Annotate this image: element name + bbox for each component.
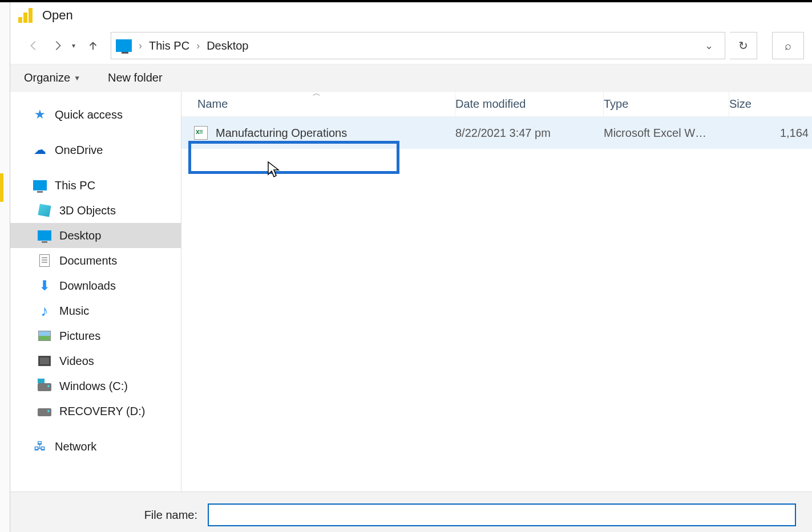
sidebar-item-music[interactable]: ♪ Music — [10, 298, 181, 323]
sidebar-item-quickaccess[interactable]: ★ Quick access — [10, 102, 181, 127]
column-label: Size — [729, 98, 752, 111]
organize-label: Organize — [24, 71, 70, 84]
column-header-date[interactable]: Date modified — [455, 92, 604, 116]
file-name: Manufacturing Operations — [216, 127, 347, 140]
powerbi-icon — [18, 8, 33, 23]
navigation-row: ▾ › This PC › Desktop ⌄ ↻ ⌕ — [10, 30, 812, 64]
file-row[interactable]: Manufacturing Operations 8/22/2021 3:47 … — [181, 117, 812, 149]
column-label: Name — [197, 98, 228, 111]
drive-icon — [38, 404, 51, 418]
sidebar-item-label: RECOVERY (D:) — [59, 405, 145, 418]
excel-icon — [194, 126, 208, 140]
sidebar-item-pictures[interactable]: Pictures — [10, 323, 181, 348]
thispc-icon — [116, 39, 132, 52]
chevron-right-icon[interactable]: › — [196, 40, 200, 52]
sidebar-item-label: Windows (C:) — [59, 380, 128, 393]
sidebar-item-network[interactable]: 🖧 Network — [10, 434, 181, 459]
address-bar[interactable]: › This PC › Desktop ⌄ — [111, 32, 725, 59]
organize-menu[interactable]: Organize ▼ — [24, 71, 80, 84]
file-list: Name ︿ Date modified Type Size Manufactu… — [181, 92, 812, 492]
column-header-type[interactable]: Type — [604, 92, 729, 116]
new-folder-button[interactable]: New folder — [108, 71, 163, 84]
sidebar-item-label: Videos — [59, 355, 94, 368]
sidebar-item-label: Desktop — [59, 229, 101, 242]
toolbar: Organize ▼ New folder — [10, 64, 812, 92]
file-type: Microsoft Excel W… — [604, 127, 729, 140]
sidebar-item-label: Pictures — [59, 330, 100, 343]
monitor-icon — [38, 229, 51, 242]
nav-up-button[interactable] — [83, 36, 103, 55]
dialog-titlebar: Open — [10, 2, 812, 30]
monitor-icon — [33, 178, 47, 192]
music-icon: ♪ — [38, 304, 51, 318]
file-date: 8/22/2021 3:47 pm — [455, 127, 604, 140]
sidebar-item-label: OneDrive — [55, 144, 103, 157]
filename-input[interactable] — [208, 503, 796, 526]
network-icon: 🖧 — [33, 440, 47, 453]
column-label: Type — [604, 98, 628, 111]
sidebar-item-onedrive[interactable]: ☁ OneDrive — [10, 137, 181, 163]
filename-label: File name: — [26, 509, 197, 522]
app-left-rail — [0, 2, 10, 532]
drive-icon — [38, 379, 51, 393]
picture-icon — [38, 329, 51, 343]
sidebar-item-label: Downloads — [59, 279, 116, 293]
column-header-name[interactable]: Name ︿ — [181, 92, 455, 116]
sidebar-item-drive-c[interactable]: Windows (C:) — [10, 373, 181, 399]
download-icon: ⬇ — [38, 279, 51, 293]
address-dropdown[interactable]: ⌄ — [697, 33, 720, 59]
sidebar-item-documents[interactable]: Documents — [10, 248, 181, 273]
sidebar-item-thispc[interactable]: This PC — [10, 173, 181, 198]
sidebar-item-label: This PC — [55, 179, 95, 192]
column-header-size[interactable]: Size — [729, 92, 812, 116]
refresh-button[interactable]: ↻ — [730, 32, 757, 59]
sidebar-item-label: Music — [59, 304, 89, 318]
sidebar-item-downloads[interactable]: ⬇ Downloads — [10, 273, 181, 298]
sidebar-item-label: Network — [55, 440, 96, 453]
search-box[interactable]: ⌕ — [772, 32, 804, 59]
file-size: 1,164 — [729, 127, 812, 140]
open-dialog: Open ▾ › This PC › Desktop ⌄ ↻ ⌕ Organiz… — [10, 2, 812, 532]
sidebar-item-label: 3D Objects — [59, 204, 116, 217]
nav-history-dropdown[interactable]: ▾ — [72, 42, 75, 50]
column-label: Date modified — [455, 98, 526, 111]
sidebar-item-label: Documents — [59, 254, 117, 267]
nav-back-button[interactable] — [24, 36, 43, 55]
breadcrumb-desktop[interactable]: Desktop — [207, 39, 248, 52]
sort-caret-icon: ︿ — [313, 92, 321, 99]
sidebar-item-desktop[interactable]: Desktop — [10, 223, 181, 248]
cloud-icon: ☁ — [33, 143, 47, 157]
dialog-title: Open — [42, 8, 73, 23]
video-icon — [38, 354, 51, 368]
sidebar-item-videos[interactable]: Videos — [10, 348, 181, 373]
nav-forward-button[interactable] — [48, 36, 67, 55]
navigation-tree: ★ Quick access ☁ OneDrive This PC 3D Obj… — [10, 92, 181, 492]
star-icon: ★ — [33, 108, 47, 121]
cube-icon — [38, 204, 51, 217]
chevron-right-icon[interactable]: › — [139, 40, 142, 52]
column-headers: Name ︿ Date modified Type Size — [181, 92, 812, 117]
document-icon — [38, 254, 51, 267]
caret-down-icon: ▼ — [74, 74, 80, 82]
sidebar-item-3dobjects[interactable]: 3D Objects — [10, 198, 181, 223]
sidebar-item-drive-d[interactable]: RECOVERY (D:) — [10, 399, 181, 424]
dialog-footer: File name: — [10, 492, 812, 532]
sidebar-item-label: Quick access — [55, 108, 123, 121]
breadcrumb-thispc[interactable]: This PC — [149, 39, 189, 52]
